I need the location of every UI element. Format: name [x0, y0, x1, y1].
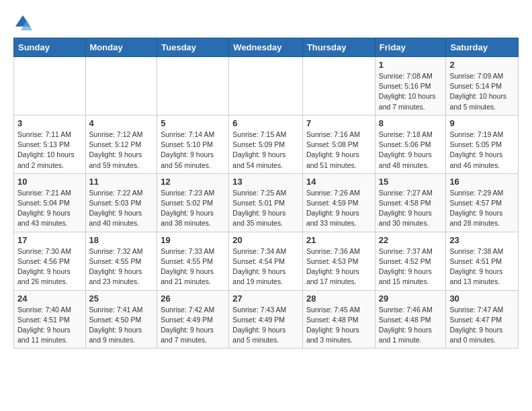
day-number: 30 — [449, 293, 515, 304]
calendar-table: SundayMondayTuesdayWednesdayThursdayFrid… — [13, 38, 519, 349]
calendar-cell: 1Sunrise: 7:08 AM Sunset: 5:16 PM Daylig… — [375, 57, 446, 116]
calendar-cell: 6Sunrise: 7:15 AM Sunset: 5:09 PM Daylig… — [229, 115, 303, 173]
weekday-header-tuesday: Tuesday — [157, 38, 229, 57]
day-number: 22 — [379, 235, 443, 245]
calendar-cell: 16Sunrise: 7:29 AM Sunset: 4:57 PM Dayli… — [446, 173, 519, 232]
calendar-cell — [302, 57, 375, 116]
calendar-cell — [14, 57, 86, 116]
calendar-container: SundayMondayTuesdayWednesdayThursdayFrid… — [0, 0, 532, 355]
day-number: 16 — [449, 177, 515, 187]
day-number: 17 — [17, 235, 82, 245]
calendar-cell: 13Sunrise: 7:25 AM Sunset: 5:01 PM Dayli… — [229, 173, 303, 232]
calendar-cell: 21Sunrise: 7:36 AM Sunset: 4:53 PM Dayli… — [302, 232, 375, 290]
day-info: Sunrise: 7:33 AM Sunset: 4:55 PM Dayligh… — [161, 246, 225, 287]
day-info: Sunrise: 7:41 AM Sunset: 4:50 PM Dayligh… — [89, 305, 154, 346]
day-number: 4 — [89, 118, 154, 128]
calendar-cell: 8Sunrise: 7:18 AM Sunset: 5:06 PM Daylig… — [375, 115, 446, 173]
day-number: 3 — [17, 118, 82, 128]
day-number: 20 — [232, 235, 299, 245]
day-number: 1 — [379, 60, 443, 70]
day-number: 19 — [161, 235, 225, 245]
day-number: 10 — [17, 177, 82, 187]
calendar-week-row: 1Sunrise: 7:08 AM Sunset: 5:16 PM Daylig… — [14, 57, 519, 116]
day-info: Sunrise: 7:40 AM Sunset: 4:51 PM Dayligh… — [17, 305, 82, 346]
day-number: 7 — [306, 118, 371, 128]
day-info: Sunrise: 7:09 AM Sunset: 5:14 PM Dayligh… — [449, 71, 515, 112]
calendar-cell: 22Sunrise: 7:37 AM Sunset: 4:52 PM Dayli… — [375, 232, 446, 290]
day-info: Sunrise: 7:15 AM Sunset: 5:09 PM Dayligh… — [232, 130, 299, 171]
day-info: Sunrise: 7:21 AM Sunset: 5:04 PM Dayligh… — [17, 188, 82, 229]
day-info: Sunrise: 7:46 AM Sunset: 4:48 PM Dayligh… — [379, 305, 443, 346]
calendar-cell: 17Sunrise: 7:30 AM Sunset: 4:56 PM Dayli… — [14, 232, 86, 290]
calendar-cell: 3Sunrise: 7:11 AM Sunset: 5:13 PM Daylig… — [14, 115, 86, 173]
day-number: 2 — [449, 60, 515, 70]
calendar-cell: 2Sunrise: 7:09 AM Sunset: 5:14 PM Daylig… — [446, 57, 519, 116]
day-number: 11 — [89, 177, 154, 187]
calendar-week-row: 10Sunrise: 7:21 AM Sunset: 5:04 PM Dayli… — [14, 173, 519, 232]
day-info: Sunrise: 7:47 AM Sunset: 4:47 PM Dayligh… — [449, 305, 515, 346]
calendar-cell: 5Sunrise: 7:14 AM Sunset: 5:10 PM Daylig… — [157, 115, 229, 173]
day-info: Sunrise: 7:30 AM Sunset: 4:56 PM Dayligh… — [17, 246, 82, 287]
weekday-header-sunday: Sunday — [14, 38, 86, 57]
calendar-cell: 10Sunrise: 7:21 AM Sunset: 5:04 PM Dayli… — [14, 173, 86, 232]
day-info: Sunrise: 7:18 AM Sunset: 5:06 PM Dayligh… — [379, 130, 443, 171]
logo — [13, 13, 35, 32]
day-number: 5 — [161, 118, 225, 128]
calendar-cell: 15Sunrise: 7:27 AM Sunset: 4:58 PM Dayli… — [375, 173, 446, 232]
header-row — [13, 13, 519, 32]
calendar-cell: 18Sunrise: 7:32 AM Sunset: 4:55 PM Dayli… — [85, 232, 157, 290]
calendar-cell: 19Sunrise: 7:33 AM Sunset: 4:55 PM Dayli… — [157, 232, 229, 290]
calendar-cell: 28Sunrise: 7:45 AM Sunset: 4:48 PM Dayli… — [302, 290, 375, 349]
calendar-cell: 23Sunrise: 7:38 AM Sunset: 4:51 PM Dayli… — [446, 232, 519, 290]
weekday-header-saturday: Saturday — [446, 38, 519, 57]
day-info: Sunrise: 7:22 AM Sunset: 5:03 PM Dayligh… — [89, 188, 154, 229]
calendar-cell: 11Sunrise: 7:22 AM Sunset: 5:03 PM Dayli… — [85, 173, 157, 232]
day-info: Sunrise: 7:36 AM Sunset: 4:53 PM Dayligh… — [306, 246, 371, 287]
day-number: 8 — [379, 118, 443, 128]
day-info: Sunrise: 7:08 AM Sunset: 5:16 PM Dayligh… — [379, 71, 443, 112]
day-number: 23 — [449, 235, 515, 245]
day-info: Sunrise: 7:19 AM Sunset: 5:05 PM Dayligh… — [449, 130, 515, 171]
day-number: 21 — [306, 235, 371, 245]
calendar-cell: 24Sunrise: 7:40 AM Sunset: 4:51 PM Dayli… — [14, 290, 86, 349]
calendar-cell — [85, 57, 157, 116]
day-info: Sunrise: 7:11 AM Sunset: 5:13 PM Dayligh… — [17, 130, 82, 171]
day-number: 27 — [232, 293, 299, 304]
day-number: 14 — [306, 177, 371, 187]
calendar-header-row: SundayMondayTuesdayWednesdayThursdayFrid… — [14, 38, 519, 57]
calendar-cell: 20Sunrise: 7:34 AM Sunset: 4:54 PM Dayli… — [229, 232, 303, 290]
calendar-cell: 25Sunrise: 7:41 AM Sunset: 4:50 PM Dayli… — [85, 290, 157, 349]
day-number: 6 — [232, 118, 299, 128]
weekday-header-friday: Friday — [375, 38, 446, 57]
calendar-cell: 26Sunrise: 7:42 AM Sunset: 4:49 PM Dayli… — [157, 290, 229, 349]
calendar-cell — [157, 57, 229, 116]
weekday-header-wednesday: Wednesday — [229, 38, 303, 57]
day-number: 26 — [161, 293, 225, 304]
day-info: Sunrise: 7:38 AM Sunset: 4:51 PM Dayligh… — [449, 246, 515, 287]
calendar-week-row: 3Sunrise: 7:11 AM Sunset: 5:13 PM Daylig… — [14, 115, 519, 173]
day-info: Sunrise: 7:32 AM Sunset: 4:55 PM Dayligh… — [89, 246, 154, 287]
day-info: Sunrise: 7:16 AM Sunset: 5:08 PM Dayligh… — [306, 130, 371, 171]
calendar-cell: 4Sunrise: 7:12 AM Sunset: 5:12 PM Daylig… — [85, 115, 157, 173]
weekday-header-monday: Monday — [85, 38, 157, 57]
calendar-cell: 27Sunrise: 7:43 AM Sunset: 4:49 PM Dayli… — [229, 290, 303, 349]
day-info: Sunrise: 7:37 AM Sunset: 4:52 PM Dayligh… — [379, 246, 443, 287]
day-info: Sunrise: 7:23 AM Sunset: 5:02 PM Dayligh… — [161, 188, 225, 229]
calendar-cell: 14Sunrise: 7:26 AM Sunset: 4:59 PM Dayli… — [302, 173, 375, 232]
day-number: 13 — [232, 177, 299, 187]
day-info: Sunrise: 7:43 AM Sunset: 4:49 PM Dayligh… — [232, 305, 299, 346]
day-number: 25 — [89, 293, 154, 304]
weekday-header-thursday: Thursday — [302, 38, 375, 57]
calendar-week-row: 17Sunrise: 7:30 AM Sunset: 4:56 PM Dayli… — [14, 232, 519, 290]
day-info: Sunrise: 7:42 AM Sunset: 4:49 PM Dayligh… — [161, 305, 225, 346]
day-number: 9 — [449, 118, 515, 128]
logo-icon — [13, 13, 32, 32]
calendar-cell — [229, 57, 303, 116]
day-info: Sunrise: 7:27 AM Sunset: 4:58 PM Dayligh… — [379, 188, 443, 229]
day-info: Sunrise: 7:29 AM Sunset: 4:57 PM Dayligh… — [449, 188, 515, 229]
day-info: Sunrise: 7:26 AM Sunset: 4:59 PM Dayligh… — [306, 188, 371, 229]
calendar-cell: 9Sunrise: 7:19 AM Sunset: 5:05 PM Daylig… — [446, 115, 519, 173]
day-number: 28 — [306, 293, 371, 304]
day-info: Sunrise: 7:12 AM Sunset: 5:12 PM Dayligh… — [89, 130, 154, 171]
day-info: Sunrise: 7:25 AM Sunset: 5:01 PM Dayligh… — [232, 188, 299, 229]
